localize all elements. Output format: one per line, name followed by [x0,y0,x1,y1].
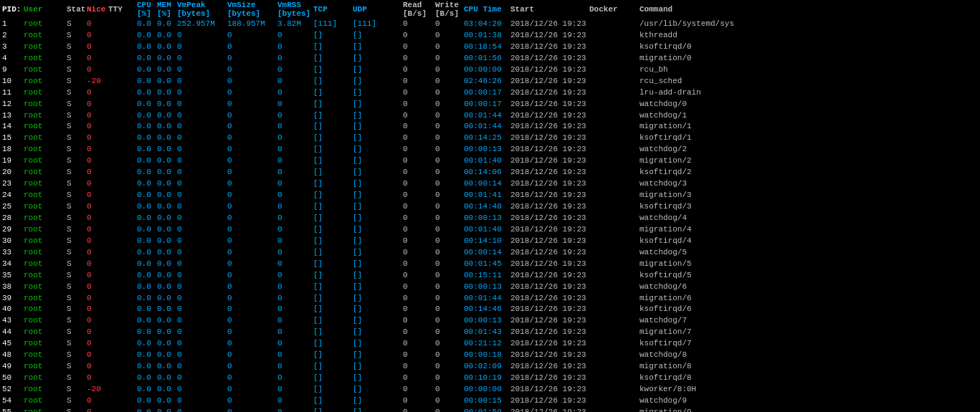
header-start[interactable]: Start [508,0,587,19]
cell-vmrss: 0 [275,327,311,338]
cell-udp: [] [351,236,401,247]
header-tty[interactable]: TTY [106,0,135,19]
table-row[interactable]: 14 root S 0 0.0 0.0 0 0 0 [] [] 0 0 00:0… [0,121,980,133]
table-row[interactable]: 1 root S 0 0.0 0.0 252.957M 188.957M 3.8… [0,19,980,30]
header-state[interactable]: State [65,0,85,19]
table-row[interactable]: 9 root S 0 0.0 0.0 0 0 0 [] [] 0 0 00:00… [0,64,980,76]
table-row[interactable]: 55 root S 0 0.0 0.0 0 0 0 [] [] 0 0 00:0… [0,407,980,412]
cell-tty [106,99,135,110]
header-docker[interactable]: Docker [587,0,637,19]
table-row[interactable]: 4 root S 0 0.0 0.0 0 0 0 [] [] 0 0 00:01… [0,53,980,64]
cell-tty [106,167,135,178]
cell-command: migration/0 [637,53,980,64]
table-body: 1 root S 0 0.0 0.0 252.957M 188.957M 3.8… [0,19,980,412]
cell-state: S [65,259,85,270]
cell-docker [587,201,637,213]
cell-udp: [] [351,293,401,305]
cell-write: 0 [433,87,462,99]
table-row[interactable]: 50 root S 0 0.0 0.0 0 0 0 [] [] 0 0 00:1… [0,373,980,384]
table-row[interactable]: 29 root S 0 0.0 0.0 0 0 0 [] [] 0 0 00:0… [0,224,980,236]
table-row[interactable]: 19 root S 0 0.0 0.0 0 0 0 [] [] 0 0 00:0… [0,155,980,167]
cell-tcp: [111] [311,19,351,30]
cell-pid: 11 [0,87,22,99]
table-row[interactable]: 48 root S 0 0.0 0.0 0 0 0 [] [] 0 0 00:0… [0,350,980,361]
header-cputime[interactable]: CPU Time [462,0,508,19]
header-udp[interactable]: UDP [351,0,401,19]
header-mem[interactable]: MEM[%] [155,0,175,19]
header-vmsize[interactable]: VmSize[bytes] [225,0,275,19]
table-row[interactable]: 10 root S -20 0.0 0.0 0 0 0 [] [] 0 0 02… [0,76,980,87]
table-row[interactable]: 39 root S 0 0.0 0.0 0 0 0 [] [] 0 0 00:0… [0,293,980,305]
cell-start: 2018/12/26 19:23 [508,361,587,373]
cell-command: migration/8 [637,361,980,373]
cell-cpu: 0.0 [135,19,155,30]
header-nice[interactable]: Nice [85,0,106,19]
table-row[interactable]: 11 root S 0 0.0 0.0 0 0 0 [] [] 0 0 00:0… [0,87,980,99]
cell-vmsize: 0 [225,201,275,213]
cell-state: S [65,247,85,259]
table-row[interactable]: 45 root S 0 0.0 0.0 0 0 0 [] [] 0 0 00:2… [0,338,980,350]
table-row[interactable]: 28 root S 0 0.0 0.0 0 0 0 [] [] 0 0 00:0… [0,213,980,224]
table-row[interactable]: 23 root S 0 0.0 0.0 0 0 0 [] [] 0 0 00:0… [0,178,980,190]
header-tcp[interactable]: TCP [311,0,351,19]
table-row[interactable]: 40 root S 0 0.0 0.0 0 0 0 [] [] 0 0 00:1… [0,304,980,315]
cell-start: 2018/12/26 19:23 [508,144,587,155]
cell-start: 2018/12/26 19:23 [508,236,587,247]
header-vmrss[interactable]: VmRSS[bytes] [275,0,311,19]
cell-cpu: 0.0 [135,30,155,42]
table-row[interactable]: 35 root S 0 0.0 0.0 0 0 0 [] [] 0 0 00:1… [0,270,980,282]
cell-user: root [22,121,65,133]
table-row[interactable]: 34 root S 0 0.0 0.0 0 0 0 [] [] 0 0 00:0… [0,259,980,270]
cell-read: 0 [401,167,433,178]
header-cpu[interactable]: CPU[%] [135,0,155,19]
cell-vmpeak: 0 [175,144,225,155]
cell-tty [106,144,135,155]
cell-write: 0 [433,190,462,201]
cell-nice: 0 [85,213,106,224]
cell-vmsize: 0 [225,30,275,42]
table-row[interactable]: 24 root S 0 0.0 0.0 0 0 0 [] [] 0 0 00:0… [0,190,980,201]
cell-nice: -20 [85,384,106,396]
cell-write: 0 [433,201,462,213]
table-row[interactable]: 20 root S 0 0.0 0.0 0 0 0 [] [] 0 0 00:1… [0,167,980,178]
cell-vmpeak: 0 [175,87,225,99]
table-row[interactable]: 49 root S 0 0.0 0.0 0 0 0 [] [] 0 0 00:0… [0,361,980,373]
cell-start: 2018/12/26 19:23 [508,201,587,213]
table-row[interactable]: 54 root S 0 0.0 0.0 0 0 0 [] [] 0 0 00:0… [0,396,980,407]
cell-nice: 0 [85,201,106,213]
table-row[interactable]: 52 root S -20 0.0 0.0 0 0 0 [] [] 0 0 00… [0,384,980,396]
cell-tty [106,293,135,305]
table-row[interactable]: 18 root S 0 0.0 0.0 0 0 0 [] [] 0 0 00:0… [0,144,980,155]
header-write[interactable]: Write[B/s] [433,0,462,19]
cell-pid: 43 [0,315,22,327]
cell-vmrss: 0 [275,64,311,76]
table-row[interactable]: 30 root S 0 0.0 0.0 0 0 0 [] [] 0 0 00:1… [0,236,980,247]
header-command[interactable]: Command [637,0,980,19]
table-row[interactable]: 12 root S 0 0.0 0.0 0 0 0 [] [] 0 0 00:0… [0,99,980,110]
table-row[interactable]: 43 root S 0 0.0 0.0 0 0 0 [] [] 0 0 00:0… [0,315,980,327]
table-row[interactable]: 33 root S 0 0.0 0.0 0 0 0 [] [] 0 0 00:0… [0,247,980,259]
cell-mem: 0.0 [155,259,175,270]
cell-cputime: 00:01:44 [462,293,508,305]
table-row[interactable]: 38 root S 0 0.0 0.0 0 0 0 [] [] 0 0 00:0… [0,282,980,293]
cell-tcp: [] [311,53,351,64]
table-row[interactable]: 44 root S 0 0.0 0.0 0 0 0 [] [] 0 0 00:0… [0,327,980,338]
header-read[interactable]: Read[B/s] [401,0,433,19]
cell-user: root [22,190,65,201]
cell-read: 0 [401,133,433,144]
table-row[interactable]: 2 root S 0 0.0 0.0 0 0 0 [] [] 0 0 00:01… [0,30,980,42]
cell-vmrss: 0 [275,350,311,361]
table-row[interactable]: 3 root S 0 0.0 0.0 0 0 0 [] [] 0 0 00:18… [0,42,980,53]
header-vmpeak[interactable]: VmPeak[bytes] [175,0,225,19]
cell-state: S [65,30,85,42]
cell-nice: 0 [85,42,106,53]
cell-vmpeak: 0 [175,76,225,87]
cell-state: S [65,167,85,178]
cell-command: ksoftirqd/2 [637,167,980,178]
header-pid[interactable]: PID:▲ [0,0,22,19]
table-row[interactable]: 25 root S 0 0.0 0.0 0 0 0 [] [] 0 0 00:1… [0,201,980,213]
header-user[interactable]: User [22,0,65,19]
table-row[interactable]: 15 root S 0 0.0 0.0 0 0 0 [] [] 0 0 00:1… [0,133,980,144]
cell-nice: 0 [85,338,106,350]
table-row[interactable]: 13 root S 0 0.0 0.0 0 0 0 [] [] 0 0 00:0… [0,110,980,122]
